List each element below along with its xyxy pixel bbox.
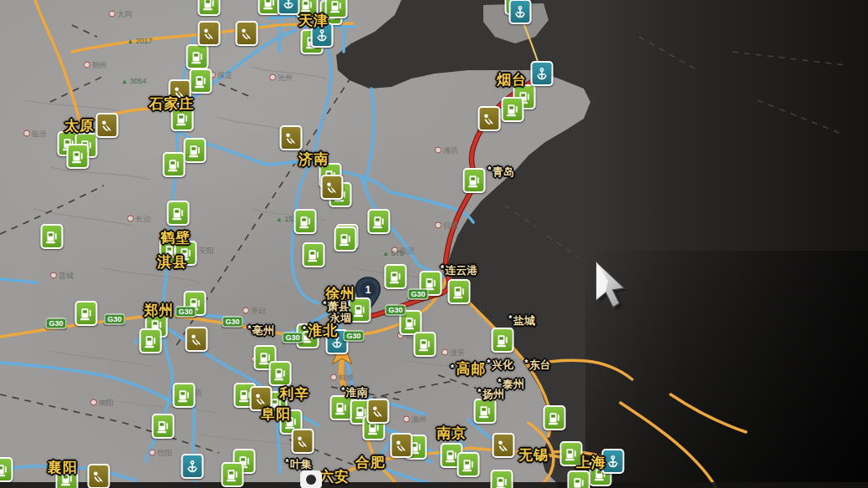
partial-icon-circle <box>306 475 316 485</box>
railway-dashes <box>0 25 485 465</box>
blue-roads <box>0 3 507 488</box>
route-destination-pin[interactable]: 1 <box>356 277 380 311</box>
map-terrain: 1 <box>0 0 868 488</box>
bottom-edge-strip <box>0 482 868 488</box>
game-map-canvas[interactable]: 1 大同朔州临汾保定沧州长治安阳晋城开封潍坊临沂日照周口驻马店南阳信阳宿迁淮安蚌… <box>0 0 868 488</box>
corner-vignette <box>585 251 868 488</box>
bottom-edge-partial-icon <box>300 470 322 488</box>
pin-number: 1 <box>365 284 371 296</box>
